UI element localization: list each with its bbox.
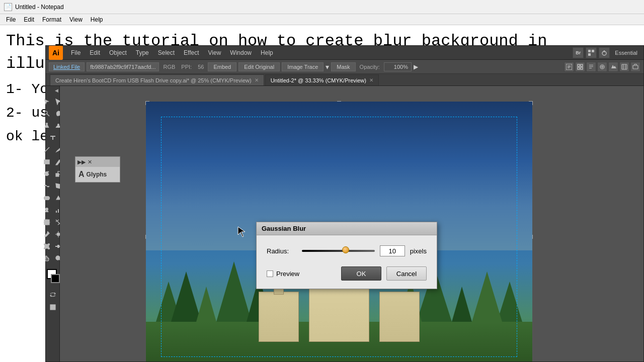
workspace-btn[interactable] (586, 47, 597, 58)
power-btn[interactable] (599, 47, 610, 58)
svg-rect-32 (56, 211, 57, 213)
svg-point-23 (58, 124, 59, 126)
mode-tools (47, 302, 58, 313)
prop-icon-1[interactable] (564, 62, 574, 72)
prop-icon-6[interactable] (619, 62, 629, 72)
svg-rect-0 (588, 50, 591, 52)
svg-rect-11 (578, 67, 580, 69)
tree-7 (472, 272, 502, 322)
ai-tab-1-label: Create Hiren's BootCD From USB Flash Dri… (55, 77, 252, 83)
ai-left-toolbar: ◀ (46, 86, 60, 361)
eyedropper-tool[interactable] (41, 229, 52, 240)
opacity-label: Opacity: (358, 64, 382, 70)
rotate-tool[interactable] (41, 168, 52, 179)
ai-tab-2[interactable]: Untitled-2* @ 33.33% (CMYK/Preview) ✕ (265, 74, 379, 85)
svg-rect-1 (592, 50, 594, 52)
normal-mode[interactable] (47, 302, 58, 313)
svg-point-45 (44, 244, 46, 245)
building-right (379, 292, 420, 342)
svg-point-51 (56, 256, 60, 260)
svg-rect-16 (622, 64, 627, 69)
tree-8 (452, 287, 472, 322)
ai-menu-right: Br Essential (573, 47, 640, 58)
ai-menu-effect[interactable]: Effect (180, 47, 203, 58)
ai-menu-help[interactable]: Help (257, 47, 277, 58)
notepad-menu-format[interactable]: Format (38, 15, 65, 24)
prop-icon-4[interactable] (597, 62, 607, 72)
glyphs-a-icon: A (78, 170, 85, 179)
edit-original-button[interactable]: Edit Original (238, 62, 280, 71)
ai-menu-window[interactable]: Window (226, 47, 256, 58)
svg-rect-33 (58, 209, 59, 213)
symbol-tool[interactable] (41, 205, 52, 216)
prop-icon-3[interactable] (586, 62, 596, 72)
ai-menu-edit[interactable]: Edit (86, 47, 104, 58)
image-trace-button[interactable]: Image Trace (282, 62, 324, 71)
mask-button[interactable]: Mask (331, 62, 355, 71)
expand-icon[interactable]: ▶▶ (77, 159, 86, 165)
magic-wand-tool[interactable] (41, 108, 52, 119)
pen-tool[interactable] (41, 120, 52, 131)
notepad-menu-view[interactable]: View (65, 15, 87, 24)
dialog-body: Radius: 10 pixels Preview (257, 235, 437, 289)
gaussian-blur-dialog: Gaussian Blur Radius: 10 pixels (256, 222, 437, 289)
radius-value-input[interactable]: 10 (380, 245, 405, 256)
ai-menu-select[interactable]: Select (154, 47, 179, 58)
notepad-menu-edit[interactable]: Edit (20, 15, 38, 24)
ai-tab-2-close[interactable]: ✕ (369, 77, 373, 83)
glyphs-panel: ▶▶ ✕ A Glyphs (75, 156, 120, 183)
bridge-btn[interactable]: Br (573, 47, 584, 58)
essential-label: Essential (612, 49, 640, 57)
prop-icon-7[interactable] (630, 62, 640, 72)
svg-point-30 (46, 197, 50, 200)
ai-menu-object[interactable]: Object (105, 47, 131, 58)
background-color[interactable] (51, 274, 60, 283)
svg-point-38 (47, 232, 48, 233)
ppi-value: 56 (196, 64, 206, 70)
preview-checkbox[interactable] (267, 270, 273, 277)
select-tool[interactable] (41, 96, 52, 107)
ai-tab-1[interactable]: Create Hiren's BootCD From USB Flash Dri… (50, 74, 264, 85)
hand-tool[interactable] (41, 253, 52, 264)
shape-builder-tool[interactable] (41, 193, 52, 204)
ai-menu-file[interactable]: File (67, 47, 85, 58)
prop-icon-2[interactable] (575, 62, 585, 72)
building-left (259, 292, 299, 342)
collapse-btn[interactable]: ◀ (55, 88, 58, 93)
svg-rect-9 (578, 64, 580, 66)
svg-rect-12 (581, 67, 583, 69)
ai-menu-view[interactable]: View (204, 47, 225, 58)
warp-tool[interactable] (41, 180, 52, 192)
embed-button[interactable]: Embed (208, 62, 236, 71)
notepad-menubar: File Edit Format View Help (0, 14, 644, 25)
preview-row: Preview (267, 270, 336, 278)
prop-icon-5[interactable] (608, 62, 618, 72)
ai-main: ◀ (46, 86, 643, 361)
swap-colors-btn[interactable] (49, 291, 56, 300)
svg-point-48 (48, 248, 50, 249)
opacity-value: 100% (384, 62, 412, 71)
ai-tabs: Create Hiren's BootCD From USB Flash Dri… (46, 74, 643, 86)
svg-point-47 (44, 248, 46, 249)
svg-point-46 (48, 244, 50, 245)
crop-image-tool[interactable] (41, 241, 52, 252)
notepad-menu-help[interactable]: Help (87, 15, 107, 24)
artboard-tool[interactable] (41, 217, 52, 228)
radius-slider-track[interactable] (302, 250, 375, 252)
close-panel-icon[interactable]: ✕ (88, 159, 92, 165)
ai-logo: Ai (49, 46, 63, 60)
cancel-button[interactable]: Cancel (386, 266, 427, 281)
ai-menubar: Ai File Edit Object Type Select Effect V… (46, 46, 643, 60)
tree-3 (196, 287, 216, 322)
ai-tab-1-close[interactable]: ✕ (255, 77, 259, 83)
rectangle-tool[interactable] (41, 156, 52, 167)
ok-button[interactable]: OK (341, 266, 381, 281)
line-tool[interactable] (41, 144, 52, 155)
notepad-icon: 📄 (4, 3, 12, 11)
radius-slider-thumb[interactable] (342, 246, 349, 253)
notepad-menu-file[interactable]: File (2, 15, 20, 24)
type-tool[interactable] (47, 132, 58, 143)
svg-rect-10 (581, 64, 583, 66)
linked-file-btn[interactable]: Linked File (49, 62, 85, 71)
ai-menu-type[interactable]: Type (132, 47, 153, 58)
